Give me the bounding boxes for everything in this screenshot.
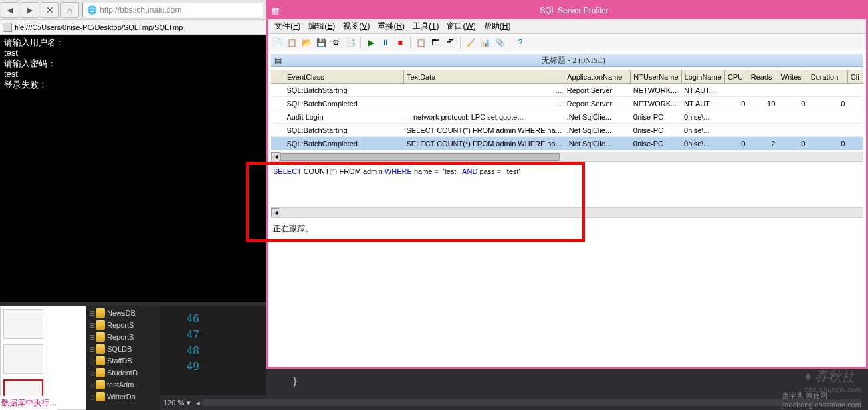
- template-button[interactable]: 📑: [344, 36, 357, 49]
- table-row[interactable]: SQL:BatchCompleted...Report ServerNETWOR…: [271, 97, 863, 110]
- sql-detail-pane[interactable]: SELECT COUNT(*) FROM admin WHERE name = …: [271, 165, 863, 205]
- db-tree: ⊞NewsDB ⊞ReportS ⊞ReportS ⊞SQLDB ⊞StaffD…: [86, 306, 160, 410]
- globe-icon: 🌐: [87, 5, 97, 15]
- column-header[interactable]: NTUserName: [631, 70, 681, 84]
- tree-item[interactable]: ⊞ReportS: [88, 319, 158, 331]
- table-row[interactable]: SQL:BatchStartingSELECT COUNT(*) FROM ad…: [271, 124, 863, 137]
- expand-icon[interactable]: ⊞: [88, 333, 96, 342]
- table-row[interactable]: Audit Login-- network protocol: LPC set …: [271, 110, 863, 124]
- bookmark-button[interactable]: 📎: [493, 36, 506, 49]
- expand-icon[interactable]: ⊞: [88, 357, 96, 365]
- url-text: http://bbs.ichunaiu.com: [100, 5, 181, 15]
- horizontal-scrollbar[interactable]: [203, 399, 861, 406]
- expand-icon[interactable]: ⊞: [88, 381, 96, 389]
- favicon-icon: [3, 23, 12, 32]
- scroll-left-icon[interactable]: ◂: [196, 399, 200, 407]
- menu-f[interactable]: 文件(F): [274, 21, 300, 32]
- tree-item[interactable]: ⊞testAdm: [88, 379, 158, 391]
- line-number: 47: [187, 328, 199, 341]
- scroll-thumb[interactable]: [280, 153, 560, 161]
- copy-button[interactable]: 📋: [414, 36, 427, 49]
- column-header[interactable]: CPU: [724, 70, 748, 84]
- tab-title[interactable]: file:///C:/Users/0nise-PC/Desktop/SQLTmp…: [15, 23, 183, 31]
- column-header[interactable]: ApplicationName: [564, 70, 631, 84]
- column-header[interactable]: Duration: [808, 70, 847, 84]
- database-icon: [96, 392, 105, 401]
- menu-v[interactable]: 视图(V): [343, 21, 370, 32]
- zoom-level[interactable]: 120 %: [163, 399, 184, 407]
- console-line: test: [4, 48, 262, 58]
- column-header[interactable]: Cli: [847, 70, 863, 84]
- trace-grid[interactable]: EventClassTextDataApplicationNameNTUserN…: [271, 70, 863, 150]
- scroll-left-button[interactable]: ◂: [271, 152, 280, 161]
- column-header[interactable]: EventClass: [284, 70, 404, 84]
- console-line: 登录失败！: [4, 80, 262, 90]
- open-button[interactable]: 📂: [300, 36, 313, 49]
- profiler-window: ▦ SQL Server Profiler 文件(F)编辑(E)视图(V)重播(…: [266, 0, 868, 369]
- row-selector-header: [271, 70, 284, 84]
- database-icon: [96, 332, 105, 342]
- expand-icon[interactable]: ⊞: [88, 393, 96, 401]
- line-number: 46: [187, 312, 199, 325]
- line-number: 49: [187, 360, 199, 373]
- pause-button[interactable]: ⏸: [379, 36, 392, 49]
- column-header[interactable]: Writes: [778, 70, 808, 84]
- forward-button[interactable]: ►: [21, 2, 39, 18]
- titlebar[interactable]: ▦ SQL Server Profiler: [268, 2, 866, 19]
- scroll-left-button[interactable]: ◂: [271, 208, 280, 217]
- find-button[interactable]: 🗔: [429, 36, 442, 49]
- thumbnail[interactable]: [3, 344, 43, 374]
- help-button[interactable]: ?: [514, 36, 527, 49]
- trace-header: ▤ 无标题 - 2 (0NISE): [271, 54, 863, 67]
- menu-h[interactable]: 帮助(H): [484, 21, 511, 32]
- trace-title: 无标题 - 2 (0NISE): [284, 55, 863, 66]
- clear-button[interactable]: 🧹: [464, 36, 477, 49]
- zoom-bar: 120 % ▾ ◂: [160, 395, 868, 410]
- database-icon: [96, 380, 105, 389]
- properties-button[interactable]: ⚙: [329, 36, 342, 49]
- browser-toolbar: ◄ ► ✕ ⌂ 🌐http://bbs.ichunaiu.com: [0, 0, 266, 20]
- toolbar: 📄 📋 📂 💾 ⚙ 📑 ▶ ⏸ ■ 📋 🗔 🗗 🧹 📊 📎 ?: [268, 34, 866, 51]
- expand-icon[interactable]: ⊞: [88, 345, 96, 354]
- code-brace: }: [292, 376, 298, 388]
- zoom-dropdown-icon[interactable]: ▾: [187, 399, 191, 407]
- home-button[interactable]: ⌂: [60, 2, 79, 18]
- menu-w[interactable]: 窗口(W): [447, 21, 475, 32]
- reload-button[interactable]: ✕: [41, 2, 59, 18]
- table-row[interactable]: SQL:BatchCompletedSELECT COUNT(*) FROM a…: [271, 137, 863, 150]
- column-header[interactable]: TextData: [404, 70, 564, 84]
- run-button[interactable]: ▶: [364, 36, 378, 49]
- tree-item[interactable]: ⊞StudentD: [88, 367, 158, 379]
- filter-button[interactable]: 📊: [479, 36, 492, 49]
- console-line: 请输入用户名：: [4, 37, 262, 48]
- menu-t[interactable]: 工具(T): [413, 21, 439, 32]
- save-button[interactable]: 💾: [314, 36, 328, 49]
- table-row[interactable]: SQL:BatchStarting...Report ServerNETWORK…: [271, 84, 863, 97]
- console[interactable]: 请输入用户名： test 请输入密码： test 登录失败！: [0, 35, 266, 302]
- expand-icon[interactable]: ⊞: [88, 369, 96, 377]
- database-icon: [96, 308, 105, 318]
- tree-item[interactable]: ⊞WitterDa: [88, 391, 158, 403]
- thumbnail-panel: [0, 306, 86, 410]
- menu-r[interactable]: 重播(R): [378, 21, 405, 32]
- tree-item[interactable]: ⊞StaffDB: [88, 355, 158, 367]
- column-header[interactable]: LoginName: [681, 70, 724, 84]
- bottom-caption: 数据库中执行…: [0, 396, 58, 410]
- menu-e[interactable]: 编辑(E): [308, 21, 335, 32]
- new-template-button[interactable]: 📋: [285, 36, 298, 49]
- stop-button[interactable]: ■: [393, 36, 407, 49]
- sql-scrollbar[interactable]: ◂: [271, 207, 863, 218]
- new-trace-button[interactable]: 📄: [271, 36, 284, 49]
- expand-icon[interactable]: ⊞: [88, 321, 96, 330]
- back-button[interactable]: ◄: [1, 2, 19, 18]
- tree-item[interactable]: ⊞ReportS: [88, 331, 158, 343]
- code-gutter: 46 47 48 49 }: [160, 306, 266, 410]
- url-bar[interactable]: 🌐http://bbs.ichunaiu.com: [82, 3, 263, 17]
- thumbnail[interactable]: [3, 309, 43, 339]
- tree-item[interactable]: ⊞NewsDB: [88, 307, 158, 319]
- window-button[interactable]: 🗗: [443, 36, 457, 49]
- tree-item[interactable]: ⊞SQLDB: [88, 343, 158, 355]
- grid-scrollbar[interactable]: ◂: [271, 152, 863, 162]
- column-header[interactable]: Reads: [748, 70, 778, 84]
- expand-icon[interactable]: ⊞: [88, 309, 96, 318]
